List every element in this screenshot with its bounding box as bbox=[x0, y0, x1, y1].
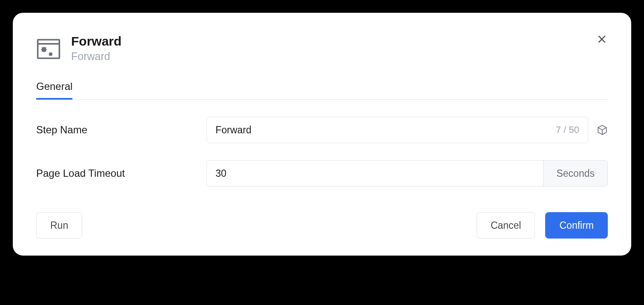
page-load-timeout-unit: Seconds bbox=[543, 161, 607, 186]
row-page-load-timeout: Page Load Timeout Seconds bbox=[36, 160, 608, 187]
close-icon bbox=[596, 34, 607, 45]
dialog-title: Forward bbox=[71, 34, 121, 49]
page-load-timeout-group: Seconds bbox=[207, 160, 608, 187]
dialog-forward: Forward Forward General Step Name 7 / 50 bbox=[13, 13, 631, 256]
page-load-timeout-label: Page Load Timeout bbox=[36, 167, 207, 179]
variable-icon[interactable] bbox=[597, 124, 608, 135]
step-name-input-wrapper: 7 / 50 bbox=[207, 117, 608, 143]
dialog-subtitle: Forward bbox=[71, 50, 121, 63]
page-load-timeout-input[interactable] bbox=[207, 161, 543, 186]
svg-rect-0 bbox=[38, 40, 60, 58]
step-name-input[interactable] bbox=[216, 124, 556, 136]
cube-icon bbox=[597, 124, 608, 135]
tab-general[interactable]: General bbox=[36, 81, 72, 99]
header-text: Forward Forward bbox=[71, 34, 121, 63]
dialog-footer: Run Cancel Confirm bbox=[36, 212, 608, 239]
browser-settings-icon bbox=[36, 37, 61, 61]
dialog-header: Forward Forward bbox=[36, 34, 608, 63]
row-step-name: Step Name 7 / 50 bbox=[36, 117, 608, 143]
step-name-label: Step Name bbox=[36, 124, 207, 136]
cancel-button[interactable]: Cancel bbox=[477, 212, 535, 239]
close-button[interactable] bbox=[596, 33, 608, 45]
confirm-button[interactable]: Confirm bbox=[545, 212, 608, 239]
tabs: General bbox=[36, 81, 608, 100]
footer-right: Cancel Confirm bbox=[477, 212, 608, 239]
run-button[interactable]: Run bbox=[36, 212, 82, 239]
step-name-char-count: 7 / 50 bbox=[556, 124, 579, 135]
step-name-input-container: 7 / 50 bbox=[207, 117, 588, 143]
